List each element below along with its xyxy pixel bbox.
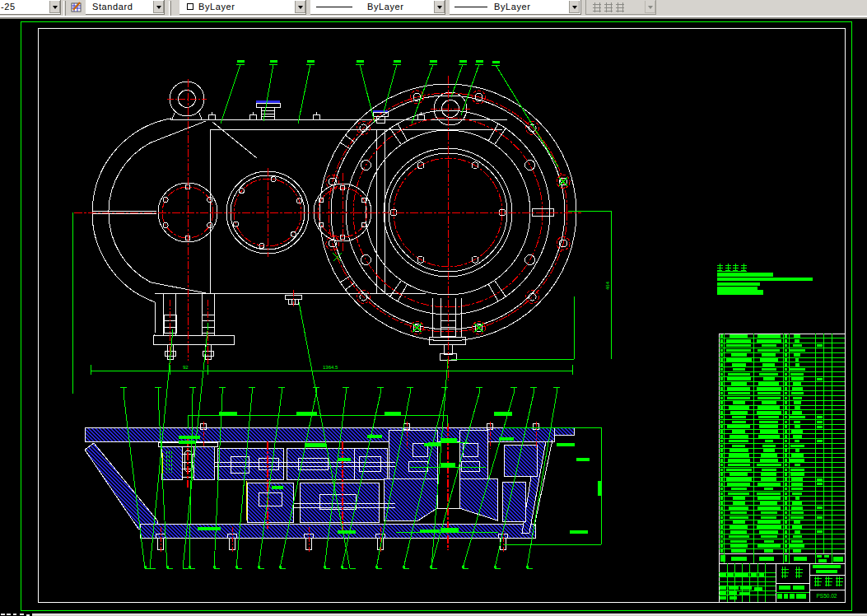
svg-text:PS50.02: PS50.02 xyxy=(817,593,837,599)
svg-text:1364.5: 1364.5 xyxy=(323,365,338,370)
svg-text:464: 464 xyxy=(605,281,610,290)
svg-text:92: 92 xyxy=(183,365,189,370)
